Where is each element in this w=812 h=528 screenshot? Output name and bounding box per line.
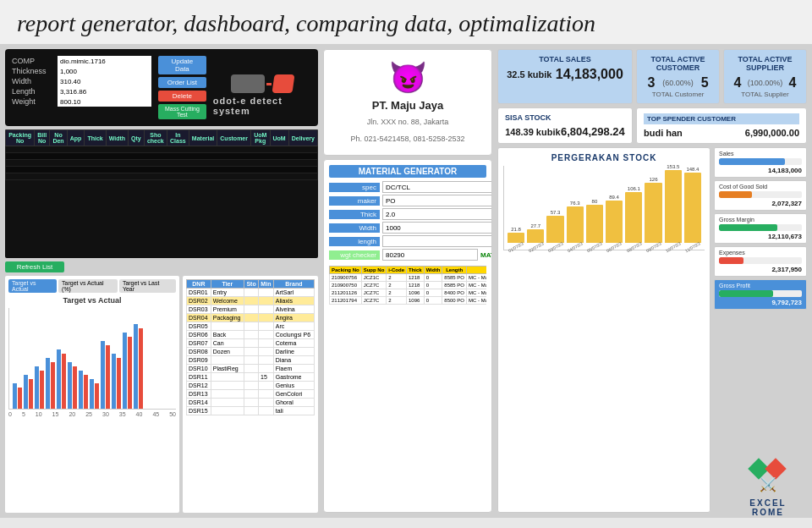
total-active-supplier-count: 4 (734, 75, 742, 91)
odot-col-qty: Qty (129, 130, 145, 146)
cogs-label: Cost of Good Sold (719, 184, 802, 190)
sisa-stock-title: SISA STOCK (505, 113, 625, 122)
mat-col-qty: Qty (467, 267, 487, 274)
odot-col-packing-no: Packing No (6, 130, 35, 146)
mass-cutting-button[interactable]: Mass Cutting Test (158, 104, 206, 119)
length-label: Length (12, 87, 54, 96)
tab-target-lastyear[interactable]: Target vs Last Year (119, 279, 176, 293)
mat-length-label: length (329, 237, 380, 246)
dnr-row: DSR01EntryArtSarl (187, 289, 315, 297)
thickness-label: Thickness (12, 67, 54, 75)
cogs-stat: Cost of Good Sold 2,072,327 (714, 180, 807, 211)
dnr-row: DSR09Diana (187, 356, 315, 365)
odot-col-sho-check: Sho check (144, 130, 167, 146)
sisa-stock-kubik: 148.39 kubik (505, 127, 560, 137)
total-active-customer-card: TOTAL Active Customer 3 (60.00%) 5 TOTAL… (636, 49, 720, 104)
length-input[interactable] (58, 86, 151, 96)
dnr-row: DSR03PremiumAlveina (187, 305, 315, 314)
mat-col-code: i-Code (387, 267, 407, 274)
dnr-col-sto: Sto (244, 280, 259, 289)
stock-bar-chart: 21.801/07/2327.702/07/2357.303/07/2376.3… (503, 166, 705, 250)
mat-row: 210900750JCZ7C2121808585 POMC - Maret 14… (330, 282, 487, 289)
mat-gen-title: MATERIAL GENERATOR (329, 165, 486, 178)
cogs-value: 2,072,327 (719, 200, 802, 207)
company-card: 😈 PT. Maju Jaya Jln. XXX no. 88, Jakarta… (323, 49, 492, 156)
odot-col-thick: Thick (85, 130, 106, 146)
thick-label: Thick (329, 210, 380, 219)
weight-input[interactable] (58, 96, 151, 107)
dnr-row: DSR15tali (187, 407, 315, 415)
odot-col-in-class: In Class (167, 130, 189, 146)
pergerakan-title: PERGERAKAN STOCK (503, 153, 705, 162)
mat-col-sundanese: Supp No (361, 267, 387, 274)
gross-margin-label: Gross Margin (719, 217, 802, 223)
company-phone: Ph. 021-5421458, 081-5258-2532 (332, 134, 483, 146)
stock-bar-item: 106.108/07/23 (625, 186, 642, 250)
thickness-input[interactable] (58, 66, 151, 76)
maker-input[interactable] (382, 195, 492, 206)
stock-bar-item: 76.304/07/23 (567, 201, 584, 250)
odot-col-uom: UoM (270, 130, 288, 146)
expenses-stat: Expenses 2,317,950 (714, 246, 807, 277)
thick-input[interactable] (382, 208, 492, 220)
mat-col-length: Length (442, 267, 467, 274)
total-supplier-count: 4 (788, 75, 796, 91)
spec-input[interactable] (382, 181, 492, 193)
top-spender-card: TOP SPENDER CUSTOMER budi han 6,990,000.… (636, 107, 807, 144)
width-input[interactable] (58, 76, 151, 86)
sales-label: Sales (719, 151, 802, 157)
sales-stat: Sales 14,183,000 (714, 147, 807, 178)
company-logo: 😈 (332, 60, 483, 96)
sisa-stock-value: 6,804,298.24 (561, 125, 625, 138)
mat-col-thick: Thick (407, 267, 425, 274)
company-address: Jln. XXX no. 88, Jakarta (332, 117, 483, 129)
odot-col-width: Width (106, 130, 128, 146)
dnr-row: DSR10PlastiRegFlaem (187, 365, 315, 373)
spec-label: spec (329, 183, 380, 192)
top-spender-name: budi han (644, 128, 683, 138)
maker-label: maker (329, 196, 380, 206)
weight-label: Weight (12, 97, 54, 106)
dnr-col-id: DNR (187, 280, 211, 289)
dnr-row: DSR1115Gastrome (187, 373, 315, 382)
delete-button[interactable]: Delete (158, 91, 206, 102)
excel-rome-logo: ⚔️ EXCEL ROME (734, 454, 802, 521)
tab-target-pct[interactable]: Target vs Actual (%) (58, 279, 118, 293)
total-supplier-title: TOTAL Supplier (731, 91, 799, 98)
total-active-supplier-pct: (100.00%) (748, 79, 783, 87)
update-button[interactable]: Update Data (158, 56, 206, 74)
dnr-row: DSR08DozenDarline (187, 348, 315, 356)
expenses-label: Expenses (719, 250, 802, 256)
dnr-col-tier: Tier (211, 280, 244, 289)
target-chart-area: Target vs Actual Target vs Actual (%) Ta… (5, 276, 179, 513)
order-button[interactable]: Order List (158, 77, 206, 88)
comp-input[interactable] (58, 56, 151, 66)
mat-col-packing: Packing No (330, 267, 362, 274)
mat-row: 211201126JCZ7C2109608400 POMC - Maret 17… (330, 289, 487, 297)
stock-bar-item: 12609/07/23 (645, 177, 661, 250)
right-panel: TOTAL SALES 32.5 kubik 14,183,000 TOTAL … (497, 49, 807, 513)
wgt-checker-label: wgt checker (329, 250, 380, 260)
odot-col-delivery: Delivery (288, 130, 317, 146)
total-active-customer-title: TOTAL Active Customer (644, 55, 712, 72)
stats-row-2: SISA STOCK 148.39 kubik 6,804,298.24 TOP… (497, 107, 807, 144)
dnr-col-brand: Brand (273, 280, 314, 289)
odot-col-customer: Customer (217, 130, 251, 146)
stock-bar-item: 153.510/07/23 (665, 164, 682, 250)
gross-margin-stat: Gross Margin 12,110,673 (714, 213, 807, 244)
total-active-supplier-title: TOTAL Active Supplier (731, 55, 799, 72)
refresh-button[interactable]: Refresh List (5, 261, 64, 272)
mat-length-input[interactable] (382, 235, 492, 247)
dnr-row: DSR07CanCotema (187, 339, 315, 348)
stock-bar-item: 27.702/07/23 (527, 223, 544, 250)
material-gen-card: MATERIAL GENERATOR spec maker Thick (323, 159, 492, 513)
tab-target-actual[interactable]: Target vs Actual (8, 279, 57, 293)
gross-profit-value: 9,792,723 (719, 299, 802, 306)
wgt-checker-input[interactable] (382, 249, 478, 261)
mat-width-input[interactable] (382, 222, 492, 234)
stock-bar-item: 148.411/07/23 (684, 167, 701, 250)
total-sales-value: 14,183,000 (556, 67, 623, 82)
page-title: report generator, dashboard, comparing d… (0, 0, 812, 44)
gross-profit-stat: Gross Profit 9,792,723 (714, 279, 807, 310)
total-sales-card: TOTAL SALES 32.5 kubik 14,183,000 (497, 49, 633, 104)
